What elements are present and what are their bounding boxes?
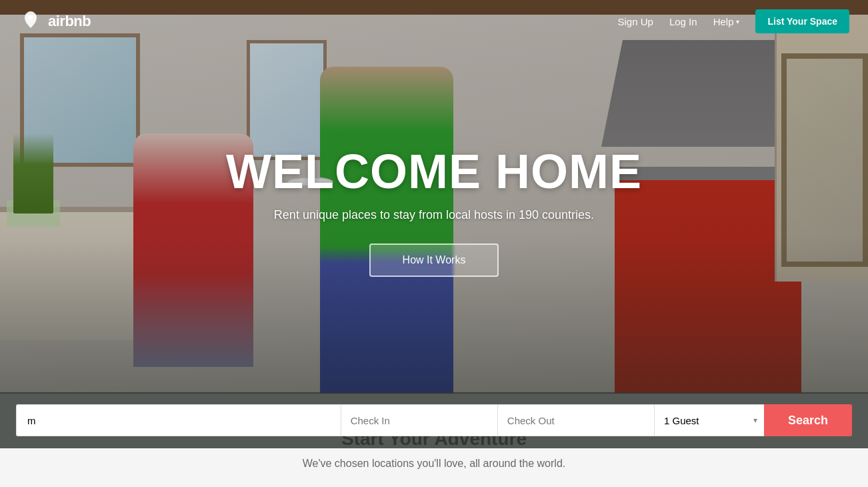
navbar: airbnb Sign Up Log In Help ▾ List Your S… bbox=[0, 0, 868, 43]
logo[interactable]: airbnb bbox=[19, 9, 91, 33]
login-link[interactable]: Log In bbox=[669, 16, 697, 27]
logo-text: airbnb bbox=[48, 13, 91, 30]
search-bar: 1 Guest 2 Guests 3 Guests 4 Guests 5+ Gu… bbox=[0, 392, 868, 448]
svg-point-0 bbox=[29, 15, 33, 20]
hero-subtitle: Rent unique places to stay from local ho… bbox=[274, 208, 594, 222]
guests-select[interactable]: 1 Guest 2 Guests 3 Guests 4 Guests 5+ Gu… bbox=[654, 404, 764, 436]
nav-links: Sign Up Log In Help ▾ List Your Space bbox=[618, 9, 849, 33]
checkout-input[interactable] bbox=[497, 404, 654, 436]
help-label: Help bbox=[713, 16, 734, 27]
list-space-button[interactable]: List Your Space bbox=[755, 9, 849, 33]
location-input[interactable] bbox=[16, 404, 341, 436]
checkin-input[interactable] bbox=[341, 404, 497, 436]
how-it-works-button[interactable]: How It Works bbox=[369, 244, 499, 277]
guests-wrapper: 1 Guest 2 Guests 3 Guests 4 Guests 5+ Gu… bbox=[654, 404, 764, 436]
below-fold-subtitle: We've chosen locations you'll love, all … bbox=[16, 458, 852, 470]
signup-link[interactable]: Sign Up bbox=[618, 16, 653, 27]
hero-title: WELCOME HOME bbox=[226, 144, 642, 199]
help-chevron-icon: ▾ bbox=[736, 18, 739, 25]
hero-content: WELCOME HOME Rent unique places to stay … bbox=[0, 0, 868, 394]
airbnb-logo-icon bbox=[19, 9, 43, 33]
search-button[interactable]: Search bbox=[764, 404, 852, 436]
help-menu[interactable]: Help ▾ bbox=[713, 16, 740, 27]
